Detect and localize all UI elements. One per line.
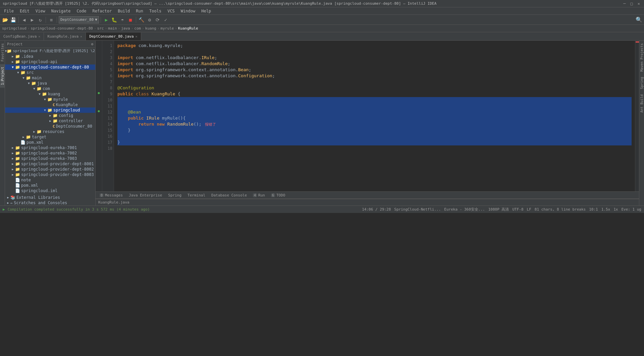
bottom-tab-messages[interactable]: 0 Messages (97, 192, 125, 198)
tree-arrow-target: ▶ (21, 135, 26, 139)
tab-kuangrule-close[interactable]: ✕ (80, 35, 82, 38)
tree-item-pom-root[interactable]: 📄 pom.xml (5, 183, 95, 188)
right-scroll-gutter[interactable] (635, 41, 639, 191)
code-content[interactable]: package com.kuang.myrule; import com.net… (114, 41, 635, 191)
tree-item-eureka7003[interactable]: ▶ 📁 springcloud-eureka-7003 (5, 156, 95, 161)
tree-item-idea[interactable]: ▶ 📁 .idea (5, 54, 95, 59)
tree-arrow-eureka7001: ▶ (10, 146, 15, 149)
breadcrumb-kuangrule[interactable]: KuangRule (178, 26, 198, 31)
toolbar-run-btn[interactable]: ▶ (103, 16, 110, 24)
tree-item-root[interactable]: ▼ 📁 springcloud F:\批处管理\西开 [19525] \2. 代… (5, 48, 95, 54)
tree-item-target[interactable]: ▶ 📁 target (5, 134, 95, 140)
tree-item-myrule[interactable]: ▼ 📁 myrule (5, 97, 95, 102)
tree-item-provider8002[interactable]: ▶ 📁 springcloud-provider-dept-8002 (5, 167, 95, 172)
breadcrumb-myrule[interactable]: myrule (161, 26, 174, 31)
tab-deptconsumer-close[interactable]: ✕ (136, 35, 138, 38)
toolbar-rebuild-btn[interactable]: ⚙ (146, 16, 153, 24)
breadcrumb-src[interactable]: src (97, 26, 104, 31)
tree-item-controller[interactable]: ▶ 📁 controller (5, 118, 95, 124)
tree-item-eureka7001[interactable]: ▶ 📁 springcloud-eureka-7001 (5, 145, 95, 150)
toolbar-commit-btn[interactable]: ✓ (162, 16, 169, 24)
menu-edit[interactable]: Edit (17, 8, 32, 14)
menu-vcs[interactable]: VCS (165, 8, 177, 14)
bottom-tab-spring[interactable]: Spring (165, 192, 184, 198)
tab-configbean-label: ConfigBean.java (3, 34, 37, 39)
menu-tools[interactable]: Tools (147, 8, 164, 14)
menu-build[interactable]: Build (115, 8, 132, 14)
bottom-tab-database[interactable]: Database Console (209, 192, 250, 198)
play-icon[interactable]: ▶ (3, 207, 5, 212)
toolbar-structure-btn[interactable]: ≡ (48, 16, 55, 24)
close-button[interactable]: ✕ (638, 1, 640, 6)
tree-item-provider8003[interactable]: ▶ 📁 springcloud-provider-dept-8003 (5, 172, 95, 177)
tree-item-kuang[interactable]: ▼ 📁 kuang (5, 91, 95, 97)
toolbar-coverage-btn[interactable]: ☂ (119, 16, 126, 24)
tree-item-main[interactable]: ▼ 📁 main (5, 75, 95, 81)
menu-help[interactable]: Help (199, 8, 214, 14)
toolbar-config-dropdown[interactable]: DeptConsumer_80 ▼ (59, 16, 99, 24)
toolbar-forward-btn[interactable]: ▶ (29, 16, 36, 24)
tree-item-eureka7002[interactable]: ▶ 📁 springcloud-eureka-7002 (5, 150, 95, 156)
status-position[interactable]: 10:1 (589, 207, 598, 212)
tab-kuangrule[interactable]: KuangRule.java ✕ (44, 33, 86, 40)
maven-projects-tab[interactable]: Maven Projects (639, 41, 644, 74)
tree-item-api[interactable]: ▶ 📁 springcloud-api (5, 59, 95, 64)
breadcrumb-main[interactable]: main (108, 26, 117, 31)
breadcrumb-consumer[interactable]: springcloud-consumer-dept-80 (31, 26, 93, 31)
menu-navigate[interactable]: Navigate (49, 8, 73, 14)
tree-item-deptconsumer[interactable]: C DeptConsumer_80 (5, 124, 95, 129)
menu-code[interactable]: Code (74, 8, 89, 14)
menu-view[interactable]: View (33, 8, 48, 14)
tree-item-note[interactable]: 📄 note (5, 177, 95, 183)
toolbar-sync-btn[interactable]: ⟳ (154, 16, 161, 24)
spring-tab[interactable]: Spring (639, 74, 644, 92)
toolbar-build-btn[interactable]: 🔨 (138, 16, 145, 24)
tab-deptconsumer[interactable]: DeptConsumer_80.java ✕ (86, 33, 141, 40)
project-tab[interactable]: 1:Project (0, 64, 5, 88)
tree-item-scratches[interactable]: ▶ ✏️ Scratches and Consoles (5, 200, 95, 206)
line-num-11: 11 (104, 103, 112, 109)
tree-item-config[interactable]: ▶ 📁 config (5, 113, 95, 118)
tree-item-iml[interactable]: 📄 springcloud.iml (5, 188, 95, 193)
menu-file[interactable]: File (1, 8, 16, 14)
menu-window[interactable]: Window (178, 8, 198, 14)
tree-item-src[interactable]: ▼ 📁 src (5, 70, 95, 75)
tree-item-java[interactable]: ▼ 📁 java (5, 81, 95, 86)
sidebar-settings-icon[interactable]: ⚙ (91, 42, 93, 46)
favorites-tab[interactable]: Favorites (0, 41, 5, 64)
breadcrumb-springcloud[interactable]: springcloud (2, 26, 26, 31)
bottom-tab-run[interactable]: 4 Run (250, 192, 268, 198)
maximize-button[interactable]: □ (631, 1, 633, 6)
tree-item-resources[interactable]: ▶ 📁 resources (5, 129, 95, 134)
toolbar-debug-btn[interactable]: 🐛 (111, 16, 118, 24)
tree-item-kuangrule-class[interactable]: C KuangRule (5, 102, 95, 107)
toolbar-search-btn[interactable]: 🔍 (635, 16, 643, 24)
toolbar-refresh-btn[interactable]: ↻ (37, 16, 44, 24)
editor-area[interactable]: ● ● 1 2 3 4 5 6 7 8 9 10 11 12 13 14 15 (96, 41, 639, 191)
breadcrumb-java[interactable]: java (121, 26, 130, 31)
toolbar-open-btn[interactable]: 📂 (1, 16, 9, 24)
tree-item-com[interactable]: ▼ 📁 com (5, 86, 95, 91)
bottom-tab-java-enterprise[interactable]: Java Enterprise (126, 192, 165, 198)
breadcrumb-kuang[interactable]: kuang (145, 26, 156, 31)
code-line-5: import org.springframework.context.annot… (117, 67, 632, 73)
breadcrumb-com[interactable]: com (134, 26, 141, 31)
bottom-tab-todo[interactable]: 6 TODO (268, 192, 288, 198)
ant-build-tab[interactable]: Ant Build (639, 92, 644, 115)
tree-item-pom-consumer[interactable]: 📄 pom.xml (5, 140, 95, 145)
toolbar-save-btn[interactable]: 💾 (9, 16, 17, 24)
tree-item-springcloud-pkg[interactable]: ▼ 📁 springcloud (5, 107, 95, 113)
toolbar-back-btn[interactable]: ◀ (20, 16, 28, 24)
line-num-2: 2 (104, 49, 112, 55)
toolbar-stop-btn[interactable]: ■ (127, 16, 134, 24)
tab-configbean-close[interactable]: ✕ (38, 35, 40, 38)
tree-item-provider8001[interactable]: ▶ 📁 springcloud-provider-dept-8001 (5, 161, 95, 167)
menu-refactor[interactable]: Refactor (90, 8, 114, 14)
tab-configbean[interactable]: ConfigBean.java ✕ (0, 33, 44, 40)
bottom-tab-terminal[interactable]: Terminal (185, 192, 208, 198)
menu-run[interactable]: Run (133, 8, 146, 14)
tree-label-note: note (21, 178, 31, 182)
tree-item-consumer80[interactable]: ▼ 📁 springcloud-consumer-dept-80 (5, 64, 95, 70)
minimize-button[interactable]: ─ (623, 1, 626, 6)
tree-item-external-libs[interactable]: ▶ 📚 External Libraries (5, 195, 95, 200)
